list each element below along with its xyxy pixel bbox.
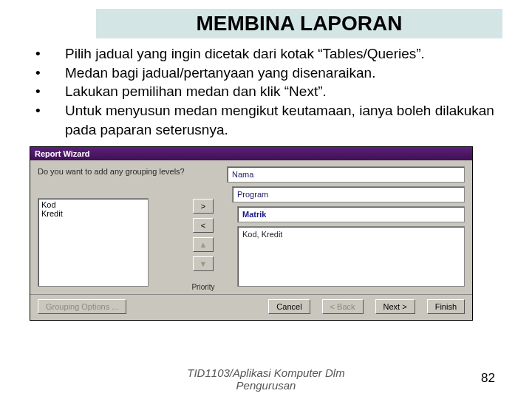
wizard-footer: Grouping Options ... Cancel < Back Next … xyxy=(30,294,472,320)
bullet-item: • Medan bagi jadual/pertanyaan yang dise… xyxy=(30,64,502,83)
wizard-prompt: Do you want to add any grouping levels? xyxy=(38,166,185,177)
finish-button[interactable]: Finish xyxy=(427,299,465,314)
window-titlebar: Report Wizard xyxy=(30,147,472,160)
bullet-list: • Pilih jadual yang ingin dicetak dari k… xyxy=(30,44,502,139)
detail-fields-box: Kod, Kredit xyxy=(237,226,465,287)
available-fields-list[interactable]: Kod Kredit xyxy=(38,198,149,287)
bullet-dot: • xyxy=(30,64,65,83)
wizard-middle-buttons: > < ▲ ▼ Priority xyxy=(185,199,221,291)
group-level-2[interactable]: Program xyxy=(232,186,465,202)
remove-button[interactable]: < xyxy=(193,218,214,233)
list-item[interactable]: Kredit xyxy=(40,209,146,218)
wizard-left-pane: Do you want to add any grouping levels? … xyxy=(38,166,185,291)
grouping-options-button[interactable]: Grouping Options ... xyxy=(38,299,126,314)
group-level-1[interactable]: Nama xyxy=(227,166,465,183)
bullet-dot: • xyxy=(30,101,65,139)
page-number: 82 xyxy=(481,371,495,386)
bullet-dot: • xyxy=(30,82,65,101)
footer-line-2: Pengurusan xyxy=(236,379,296,392)
bullet-text: Untuk menyusun medan mengikut keutamaan,… xyxy=(65,101,502,139)
wizard-body: Do you want to add any grouping levels? … xyxy=(30,160,472,294)
bullet-item: • Untuk menyusun medan mengikut keutamaa… xyxy=(30,101,502,139)
add-button[interactable]: > xyxy=(193,199,214,214)
footer-line-1: TID1103/Aplikasi Komputer Dlm xyxy=(187,366,344,379)
priority-down-button[interactable]: ▼ xyxy=(193,256,214,271)
bullet-text: Medan bagi jadual/pertanyaan yang disena… xyxy=(65,64,502,83)
priority-up-button[interactable]: ▲ xyxy=(193,237,214,252)
wizard-right-pane: Nama Program Matrik Kod, Kredit xyxy=(221,166,465,291)
report-wizard-window: Report Wizard Do you want to add any gro… xyxy=(30,146,473,321)
bullet-text: Lakukan pemilihan medan dan klik “Next”. xyxy=(65,82,502,101)
chevron-down-icon: ▼ xyxy=(200,259,208,268)
bullet-dot: • xyxy=(30,44,65,64)
priority-label: Priority xyxy=(191,283,214,291)
list-item[interactable]: Kod xyxy=(40,200,146,209)
cancel-button[interactable]: Cancel xyxy=(268,299,310,314)
bullet-text: Pilih jadual yang ingin dicetak dari kot… xyxy=(65,44,502,64)
chevron-up-icon: ▲ xyxy=(200,240,208,249)
back-button[interactable]: < Back xyxy=(322,299,364,314)
bullet-item: • Lakukan pemilihan medan dan klik “Next… xyxy=(30,82,502,101)
group-level-3[interactable]: Matrik xyxy=(237,206,465,222)
bullet-item: • Pilih jadual yang ingin dicetak dari k… xyxy=(30,44,502,64)
slide-title: MEMBINA LAPORAN xyxy=(96,9,502,38)
next-button[interactable]: Next > xyxy=(375,299,415,314)
slide-footer: TID1103/Aplikasi Komputer Dlm Pengurusan xyxy=(0,367,532,392)
